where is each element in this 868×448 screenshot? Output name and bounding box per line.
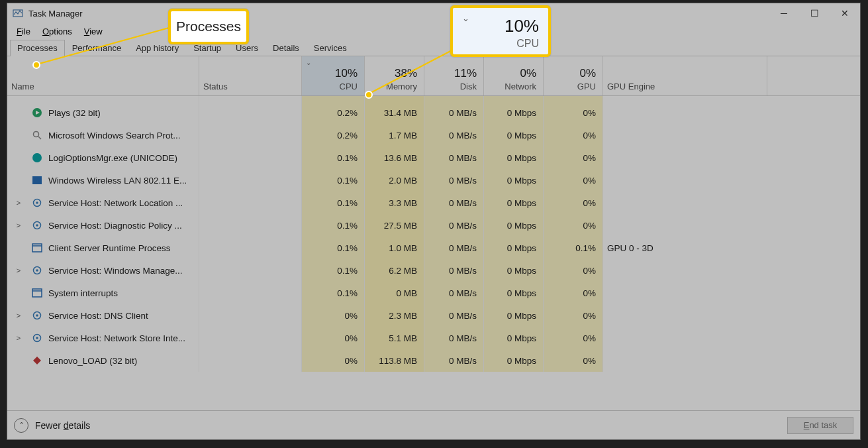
- end-task-button[interactable]: End task: [787, 417, 853, 434]
- cell-gpu-engine: [603, 124, 860, 146]
- col-cpu-pct: 10%: [335, 67, 358, 80]
- cell-cpu: 0.1%: [302, 259, 365, 282]
- cell-network: 0 Mbps: [484, 169, 544, 192]
- cell-name: Client Server Runtime Process: [7, 237, 199, 259]
- svg-point-12: [36, 224, 38, 227]
- col-gpu-pct: 0%: [579, 67, 596, 80]
- col-network[interactable]: 0% Network: [484, 56, 544, 95]
- col-gpu-engine[interactable]: GPU Engine: [603, 56, 767, 95]
- process-row[interactable]: >Service Host: Network Store Inte...0%5.…: [7, 327, 860, 349]
- cell-disk: 0 MB/s: [424, 259, 484, 282]
- process-row[interactable]: Client Server Runtime Process0.1%1.0 MB0…: [7, 237, 860, 259]
- cell-gpu: 0%: [544, 101, 603, 124]
- callout-cpu-pct: 10%: [505, 16, 539, 36]
- process-row[interactable]: Lenovo_LOAD (32 bit)0%113.8 MB0 MB/s0 Mb…: [7, 349, 860, 372]
- chevron-up-icon: ⌃: [14, 418, 28, 433]
- col-network-pct: 0%: [520, 67, 536, 80]
- cell-name: LogiOptionsMgr.exe (UNICODE): [7, 146, 199, 169]
- cell-disk: 0 MB/s: [424, 124, 484, 146]
- menu-view[interactable]: View: [79, 25, 108, 38]
- titlebar[interactable]: Task Manager ─ ☐ ✕: [7, 3, 860, 23]
- svg-rect-17: [32, 289, 42, 297]
- fewer-details-button[interactable]: ⌃ Fewer details: [14, 418, 90, 433]
- cell-memory: 27.5 MB: [365, 214, 424, 237]
- cell-cpu: 0.2%: [302, 124, 365, 146]
- cell-network: 0 Mbps: [484, 327, 544, 349]
- cell-gpu-engine: [603, 169, 860, 192]
- process-row[interactable]: >Service Host: DNS Client0%2.3 MB0 MB/s0…: [7, 304, 860, 327]
- cell-network: 0 Mbps: [484, 101, 544, 124]
- cell-gpu-engine: [603, 304, 860, 327]
- process-name: Service Host: Diagnostic Policy ...: [48, 221, 182, 231]
- cell-disk: 0 MB/s: [424, 96, 484, 101]
- tab-services[interactable]: Services: [307, 40, 354, 56]
- task-manager-icon: [13, 8, 23, 19]
- callout-cpu-label: CPU: [516, 38, 539, 50]
- process-name: Service Host: Windows Manage...: [48, 266, 183, 276]
- process-icon: [31, 309, 43, 321]
- cell-memory: 6.2 MB: [365, 259, 424, 282]
- process-row[interactable]: >Service Host: Network Location ...0.1%3…: [7, 192, 860, 214]
- cell-name: >Service Host: DNS Client: [7, 304, 199, 327]
- col-cpu-label: CPU: [340, 82, 358, 91]
- cell-gpu: 0%: [544, 169, 603, 192]
- process-row[interactable]: Service Host: DCOM Server Proc...0.2%10.…: [7, 96, 860, 101]
- process-list[interactable]: Service Host: DCOM Server Proc...0.2%10.…: [7, 96, 860, 410]
- process-name: Lenovo_LOAD (32 bit): [48, 356, 137, 366]
- process-name: Microsoft Windows Search Prot...: [48, 131, 181, 140]
- cell-status: [199, 214, 302, 237]
- process-row[interactable]: System interrupts0.1%0 MB0 MB/s0 Mbps0%: [7, 282, 860, 304]
- process-name: Windows Wireless LAN 802.11 E...: [48, 176, 187, 186]
- menu-options[interactable]: Options: [37, 25, 77, 38]
- cell-network: 0 Mbps: [484, 96, 544, 101]
- cell-cpu: 0.1%: [302, 214, 365, 237]
- col-memory[interactable]: 38% Memory: [365, 56, 424, 95]
- process-row[interactable]: Plays (32 bit)0.2%31.4 MB0 MB/s0 Mbps0%: [7, 101, 860, 124]
- close-button[interactable]: ✕: [830, 3, 860, 23]
- cell-cpu: 0%: [302, 304, 365, 327]
- process-row[interactable]: Windows Wireless LAN 802.11 E...0.1%2.0 …: [7, 169, 860, 192]
- cell-status: [199, 124, 302, 146]
- minimize-button[interactable]: ─: [769, 3, 799, 23]
- col-gpu[interactable]: 0% GPU: [544, 56, 603, 95]
- window-controls: ─ ☐ ✕: [769, 3, 860, 23]
- annotation-dot: [32, 61, 40, 69]
- cell-memory: 0 MB: [365, 282, 424, 304]
- tab-details[interactable]: Details: [265, 40, 307, 56]
- chevron-down-icon: ⌄: [462, 13, 469, 23]
- expand-icon[interactable]: >: [11, 221, 26, 229]
- process-row[interactable]: >Service Host: Windows Manage...0.1%6.2 …: [7, 259, 860, 282]
- process-row[interactable]: >Service Host: Diagnostic Policy ...0.1%…: [7, 214, 860, 237]
- cell-status: [199, 146, 302, 169]
- expand-icon[interactable]: >: [11, 199, 26, 207]
- expand-icon[interactable]: >: [11, 311, 26, 319]
- callout-processes-label: Processes: [176, 19, 241, 34]
- process-row[interactable]: Microsoft Windows Search Prot...0.2%1.7 …: [7, 124, 860, 146]
- cell-gpu: 0%: [544, 214, 603, 237]
- cell-name: >Service Host: Network Store Inte...: [7, 327, 199, 349]
- cell-gpu-engine: [603, 282, 860, 304]
- cell-network: 0 Mbps: [484, 124, 544, 146]
- process-row[interactable]: LogiOptionsMgr.exe (UNICODE)0.1%13.6 MB0…: [7, 146, 860, 169]
- tab-processes[interactable]: Processes: [10, 40, 65, 56]
- expand-icon[interactable]: >: [11, 334, 26, 342]
- col-status[interactable]: Status: [199, 56, 302, 95]
- cell-disk: 0 MB/s: [424, 169, 484, 192]
- menu-file[interactable]: File: [11, 25, 36, 38]
- tab-performance[interactable]: Performance: [65, 40, 128, 56]
- cell-gpu-engine: [603, 327, 860, 349]
- cell-network: 0 Mbps: [484, 237, 544, 259]
- expand-icon[interactable]: >: [11, 266, 26, 274]
- maximize-button[interactable]: ☐: [799, 3, 830, 23]
- process-icon: [31, 332, 43, 344]
- svg-point-5: [34, 132, 39, 137]
- menubar: File Options View: [7, 23, 860, 39]
- cell-memory: 5.1 MB: [365, 327, 424, 349]
- col-disk[interactable]: 11% Disk: [424, 56, 484, 95]
- process-icon: [31, 264, 43, 276]
- col-cpu[interactable]: ⌄ 10% CPU: [302, 56, 365, 95]
- svg-point-16: [36, 269, 38, 272]
- cell-network: 0 Mbps: [484, 214, 544, 237]
- cell-disk: 0 MB/s: [424, 192, 484, 214]
- cell-memory: 13.6 MB: [365, 146, 424, 169]
